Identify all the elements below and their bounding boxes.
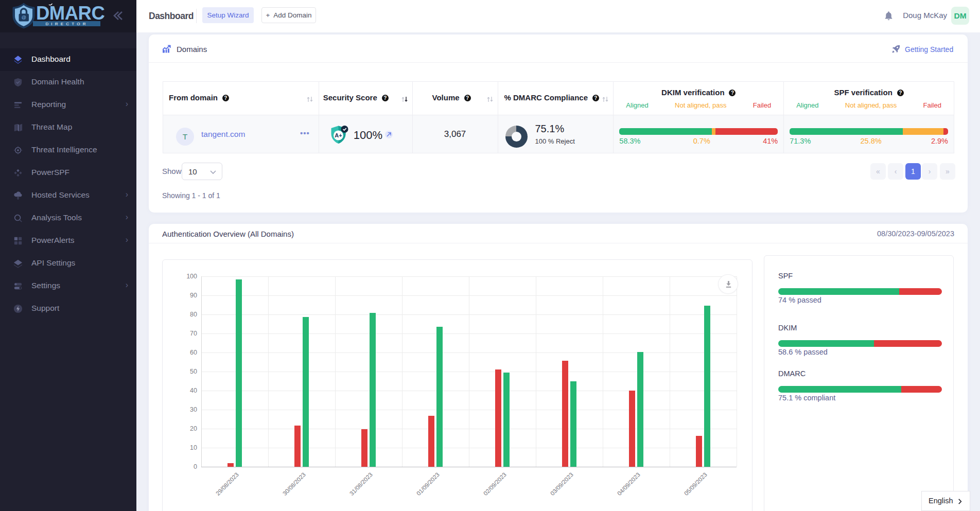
svg-text:DMARC: DMARC	[36, 3, 104, 24]
svg-text:@: @	[22, 15, 26, 20]
svg-text:A+: A+	[335, 132, 342, 138]
